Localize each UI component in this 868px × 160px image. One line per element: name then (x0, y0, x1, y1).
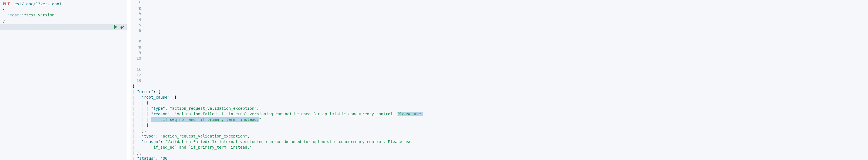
request-action-bar (0, 24, 127, 30)
gutter-line[interactable]: 11 (130, 67, 141, 72)
request-body-line: { (3, 7, 127, 12)
gutter-line: 6 (130, 28, 141, 33)
gutter-line (130, 61, 141, 67)
run-icon[interactable] (114, 25, 117, 29)
response-line: | | ], (132, 128, 868, 133)
response-gutter: 12345678910111213 (130, 0, 145, 83)
response-line: | | | | "reason": "Validation Failed: 1:… (132, 111, 868, 117)
request-body-line: } (3, 18, 127, 23)
response-viewer-pane: 12345678910111213 {| "error": {| | "root… (130, 0, 868, 160)
request-line: PUT test/_doc/1?version=1 (3, 1, 127, 7)
gutter-line[interactable]: 3 (130, 11, 141, 17)
response-line: | | "type": "action_request_validation_e… (132, 133, 868, 139)
request-editor-pane: PUT test/_doc/1?version=1 { "test":"test… (0, 0, 127, 160)
http-method: PUT (3, 2, 10, 6)
response-line: | "error": { (132, 89, 868, 94)
response-line: | | "reason": "Validation Failed: 1: int… (132, 139, 868, 145)
gutter-line: 9 (130, 50, 141, 55)
response-line: | | "root_cause": [ (132, 94, 868, 100)
request-code[interactable]: PUT test/_doc/1?version=1 { "test":"test… (0, 1, 127, 23)
gutter-line[interactable]: 13 (130, 78, 141, 83)
gutter-line[interactable]: 2 (130, 6, 141, 11)
gutter-line[interactable]: 4 (130, 17, 141, 22)
response-line: | }, (132, 150, 868, 156)
response-line: | | | } (132, 122, 868, 128)
response-line: { (132, 83, 868, 89)
gutter-line[interactable]: 8 (130, 44, 141, 50)
gutter-line: 10 (130, 55, 141, 61)
gutter-line[interactable]: 7 (130, 39, 141, 44)
response-line: | | | { (132, 100, 868, 106)
gutter-line: 12 (130, 72, 141, 78)
wrench-icon[interactable] (120, 25, 124, 29)
gutter-line (130, 33, 141, 39)
request-path: test/_doc/1?version=1 (12, 2, 62, 6)
response-line: | | | | "type": "action_request_validati… (132, 106, 868, 111)
response-line: | | `if_seq_no` and `if_primary_term` in… (132, 145, 868, 150)
response-line: | "status": 400 (132, 156, 868, 160)
pane-divider[interactable] (127, 0, 130, 160)
response-line: | | | | `if_seq_no` and `if_primary_term… (132, 117, 868, 122)
request-body-line: "test":"test version" (3, 12, 127, 18)
gutter-line[interactable]: 1 (130, 0, 141, 6)
gutter-line: 5 (130, 22, 141, 28)
response-code[interactable]: {| "error": {| | "root_cause": [| | | {|… (130, 83, 868, 160)
